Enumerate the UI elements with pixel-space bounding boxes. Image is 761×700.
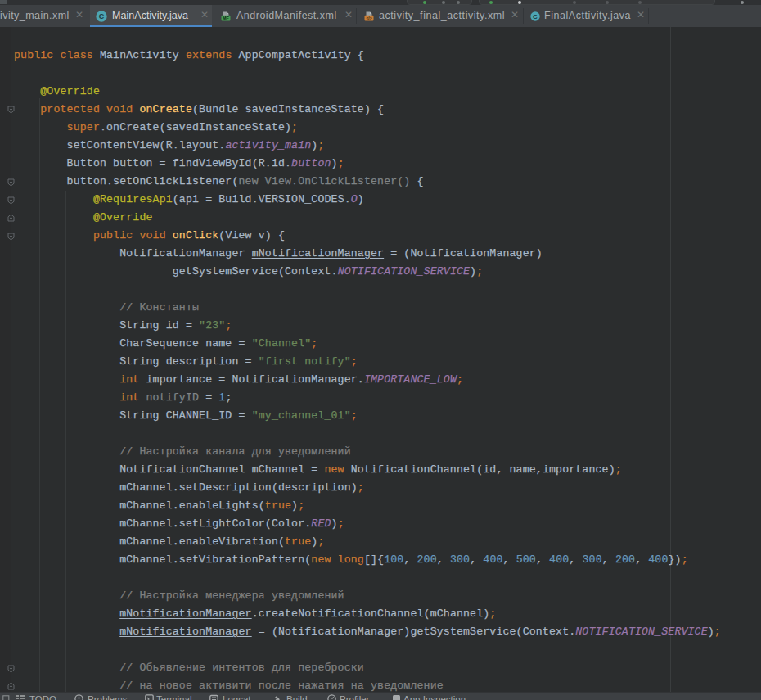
svg-text:MF: MF xyxy=(223,16,229,20)
svg-text:C: C xyxy=(99,12,105,20)
svg-text:C: C xyxy=(533,13,538,20)
svg-text:</>: </> xyxy=(366,16,371,20)
